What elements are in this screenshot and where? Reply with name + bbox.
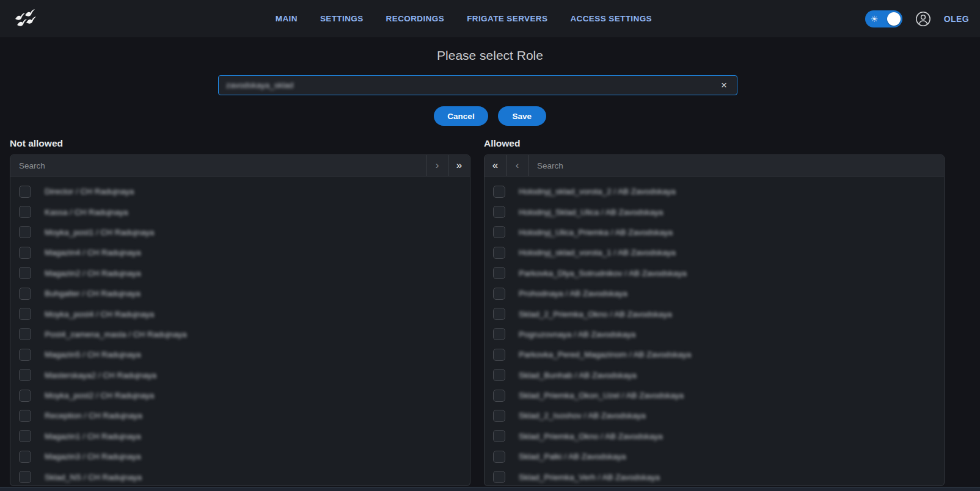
item-checkbox[interactable] xyxy=(19,349,31,361)
item-label: Pogruzovnaya / AB Zavodskaya xyxy=(519,330,635,339)
item-checkbox[interactable] xyxy=(19,451,31,463)
item-checkbox[interactable] xyxy=(493,328,505,340)
item-label: Magazin1 / CH Radujnaya xyxy=(45,432,141,441)
allowed-heading: Allowed xyxy=(484,138,945,149)
item-label: Director / CH Radujnaya xyxy=(45,187,134,196)
item-checkbox[interactable] xyxy=(493,186,505,198)
item-checkbox[interactable] xyxy=(19,267,31,279)
list-item: Sklad_2_Priemka_Okno / AB Zavodskaya xyxy=(485,304,944,324)
item-label: Prohodnaya / AB Zavodskaya xyxy=(519,289,627,298)
user-account-icon[interactable] xyxy=(915,11,931,27)
allowed-list: Holodnyj_sklad_vorota_2 / AB ZavodskayaH… xyxy=(485,176,944,486)
item-label: Magazin3 / CH Radujnaya xyxy=(45,452,141,461)
list-item: Moyka_post4 / CH Radujnaya xyxy=(10,304,470,324)
move-all-left-button[interactable]: « xyxy=(485,155,506,176)
item-label: Parkovka_Pered_Magazinom / AB Zavodskaya xyxy=(519,350,691,359)
item-label: Sklad_Priemka_Okon_Uzel / AB Zavodskaya xyxy=(519,391,684,400)
item-checkbox[interactable] xyxy=(493,410,505,422)
list-item: Sklad_Palki / AB Zavodskaya xyxy=(485,446,944,467)
move-selected-left-button[interactable]: ‹ xyxy=(506,155,528,176)
list-item: Moyka_post1 / CH Radujnaya xyxy=(10,222,470,242)
item-checkbox[interactable] xyxy=(493,247,505,259)
not-allowed-search-row: › » xyxy=(10,155,470,176)
list-item: Buhgalter / CH Radujnaya xyxy=(10,283,470,304)
item-label: Holodnyj_sklad_vorota_1 / AB Zavodskaya xyxy=(519,248,676,257)
not-allowed-search-input[interactable] xyxy=(10,155,426,176)
item-checkbox[interactable] xyxy=(19,328,31,340)
item-label: Sklad_NS / CH Radujnaya xyxy=(45,473,142,482)
app-logo-birds-icon[interactable] xyxy=(11,5,39,33)
role-input[interactable]: zavodskaya_sklad × xyxy=(218,75,737,95)
item-label: Moyka_post2 / CH Radujnaya xyxy=(45,391,154,400)
item-checkbox[interactable] xyxy=(19,390,31,402)
item-checkbox[interactable] xyxy=(493,471,505,483)
item-checkbox[interactable] xyxy=(493,451,505,463)
nav-link-recordings[interactable]: RECORDINGS xyxy=(386,14,445,23)
theme-toggle[interactable]: ☀ xyxy=(865,10,902,27)
item-checkbox[interactable] xyxy=(19,369,31,381)
list-item: Sklad_NS / CH Radujnaya xyxy=(10,467,470,486)
nav-link-access-settings[interactable]: ACCESS SETTINGS xyxy=(570,14,652,23)
nav-link-frigate-servers[interactable]: FRIGATE SERVERS xyxy=(467,14,547,23)
item-label: Magazin4 / CH Radujnaya xyxy=(45,248,141,257)
item-checkbox[interactable] xyxy=(493,267,505,279)
list-item: Prohodnaya / AB Zavodskaya xyxy=(485,283,944,304)
item-checkbox[interactable] xyxy=(19,288,31,300)
not-allowed-heading: Not allowed xyxy=(10,138,470,149)
item-checkbox[interactable] xyxy=(19,410,31,422)
list-item: Holodnyj_sklad_vorota_1 / AB Zavodskaya xyxy=(485,242,944,263)
item-checkbox[interactable] xyxy=(19,247,31,259)
list-item: Moyka_post2 / CH Radujnaya xyxy=(10,385,470,406)
list-item: Kassa / CH Radujnaya xyxy=(10,202,470,222)
item-checkbox[interactable] xyxy=(19,226,31,238)
item-checkbox[interactable] xyxy=(493,308,505,320)
page-title: Please select Role xyxy=(0,48,980,63)
item-checkbox[interactable] xyxy=(493,288,505,300)
allowed-search-input[interactable] xyxy=(528,155,944,176)
item-label: Sklad_Priemka_Okno / AB Zavodskaya xyxy=(519,432,663,441)
nav-right-group: ☀ OLEG xyxy=(865,10,969,27)
list-item: Holodnyj_Sklad_Ulica / AB Zavodskaya xyxy=(485,202,944,222)
list-item: Holodnyj_sklad_vorota_2 / AB Zavodskaya xyxy=(485,181,944,202)
item-label: Holodnyj_Sklad_Ulica / AB Zavodskaya xyxy=(519,208,663,217)
item-checkbox[interactable] xyxy=(493,430,505,442)
cancel-button[interactable]: Cancel xyxy=(434,106,488,126)
not-allowed-list: Director / CH RadujnayaKassa / CH Radujn… xyxy=(10,176,470,486)
sun-icon: ☀ xyxy=(871,15,879,23)
item-label: Sklad_Priemka_Verh / AB Zavodskaya xyxy=(519,473,660,482)
move-selected-right-button[interactable]: › xyxy=(426,155,448,176)
list-item: Masterskaya2 / CH Radujnaya xyxy=(10,365,470,385)
item-checkbox[interactable] xyxy=(19,186,31,198)
list-item: Magazin1 / CH Radujnaya xyxy=(10,426,470,446)
item-checkbox[interactable] xyxy=(19,206,31,218)
item-checkbox[interactable] xyxy=(493,390,505,402)
clear-input-icon[interactable]: × xyxy=(719,79,730,92)
item-label: Holodnyj_Ulica_Priemka / AB Zavodskaya xyxy=(519,228,673,237)
item-checkbox[interactable] xyxy=(493,206,505,218)
item-label: Parkovka_Dlya_Sotrudnikov / AB Zavodskay… xyxy=(519,269,687,278)
username-label: OLEG xyxy=(944,14,969,24)
item-checkbox[interactable] xyxy=(493,369,505,381)
nav-link-main[interactable]: MAIN xyxy=(276,14,298,23)
item-label: Holodnyj_sklad_vorota_2 / AB Zavodskaya xyxy=(519,187,676,196)
nav-link-settings[interactable]: SETTINGS xyxy=(320,14,364,23)
move-all-right-button[interactable]: » xyxy=(448,155,470,176)
item-checkbox[interactable] xyxy=(493,349,505,361)
item-label: Kassa / CH Radujnaya xyxy=(45,208,128,217)
item-checkbox[interactable] xyxy=(493,226,505,238)
allowed-panel: Allowed « ‹ Holodnyj_sklad_vorota_2 / AB… xyxy=(484,138,945,486)
item-checkbox[interactable] xyxy=(19,308,31,320)
item-label: Magazin5 / CH Radujnaya xyxy=(45,350,141,359)
item-label: Buhgalter / CH Radujnaya xyxy=(45,289,141,298)
item-label: Sklad_Palki / AB Zavodskaya xyxy=(519,452,626,461)
list-item: Sklad_Priemka_Verh / AB Zavodskaya xyxy=(485,467,944,486)
top-navbar: MAIN SETTINGS RECORDINGS FRIGATE SERVERS… xyxy=(0,0,980,37)
list-item: Holodnyj_Ulica_Priemka / AB Zavodskaya xyxy=(485,222,944,242)
save-button[interactable]: Save xyxy=(498,106,546,126)
item-checkbox[interactable] xyxy=(19,430,31,442)
window-bottom-edge xyxy=(0,487,980,491)
list-item: Parkovka_Pered_Magazinom / AB Zavodskaya xyxy=(485,344,944,365)
item-checkbox[interactable] xyxy=(19,471,31,483)
list-item: Sklad_Priemka_Okno / AB Zavodskaya xyxy=(485,426,944,446)
item-label: Moyka_post1 / CH Radujnaya xyxy=(45,228,154,237)
